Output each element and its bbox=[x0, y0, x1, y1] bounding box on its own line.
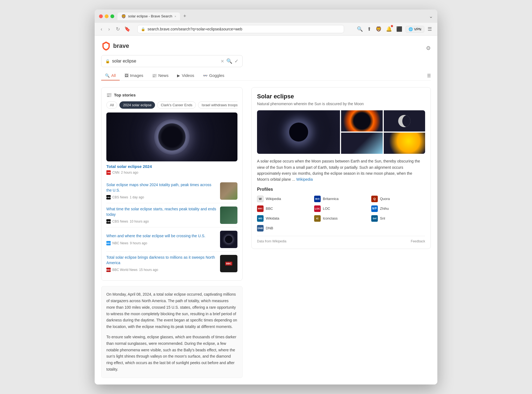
profile-dnb[interactable]: DNB DNB bbox=[257, 225, 311, 232]
story-title-1[interactable]: Solar eclipse maps show 2024 totality pa… bbox=[106, 182, 217, 193]
profile-bbc[interactable]: BBC BBC bbox=[257, 205, 311, 212]
dnb-label: DNB bbox=[266, 226, 273, 230]
search-input[interactable] bbox=[112, 59, 218, 64]
story-meta-3: NBC NBC News 9 hours ago bbox=[106, 241, 217, 245]
brave-logo: brave bbox=[101, 41, 129, 51]
story-time-4: 15 hours ago bbox=[139, 268, 158, 272]
search-box[interactable]: 🔒 ✕ 🔍 ✓ bbox=[101, 55, 243, 67]
wikipedia-label: Wikipedia bbox=[266, 197, 281, 201]
profile-britannica[interactable]: Brit Britannica bbox=[314, 196, 368, 202]
story-title-2[interactable]: What time the solar eclipse starts, reac… bbox=[106, 207, 217, 217]
active-tab[interactable]: 🦁 solar eclipse - Brave Search × bbox=[117, 12, 180, 20]
search-tabs: 🔍 All 🖼 Images 📰 News ▶ Videos 👓 G bbox=[101, 67, 431, 81]
kp-image-orange[interactable] bbox=[341, 110, 383, 132]
bookmark-icon[interactable]: 🔖 bbox=[124, 26, 130, 32]
kp-image-bright[interactable] bbox=[384, 133, 425, 154]
profile-wikidata[interactable]: WD Wikidata bbox=[257, 215, 311, 222]
tab-all[interactable]: 🔍 All bbox=[101, 71, 120, 80]
crescent-cover bbox=[402, 115, 410, 127]
featured-story: Total solar eclipse 2024 CNN CNN 2 hours… bbox=[106, 112, 237, 175]
story-time-2: 10 hours ago bbox=[130, 220, 149, 223]
minimize-button[interactable] bbox=[105, 14, 109, 18]
window-controls: ⌄ bbox=[429, 13, 433, 19]
search-header: brave ⚙ 🔒 ✕ 🔍 ✓ 🔍 All 🖼 Images bbox=[95, 36, 437, 81]
iconclass-label: Iconclass bbox=[323, 216, 338, 220]
refresh-button[interactable]: ↻ bbox=[114, 25, 122, 33]
search-clear-icon[interactable]: ✕ bbox=[221, 59, 224, 64]
story-title-4[interactable]: Total solar eclipse brings darkness to m… bbox=[106, 255, 217, 265]
search-icon-button[interactable]: 🔍 bbox=[356, 25, 364, 33]
filter-clark[interactable]: Clark's Career Ends bbox=[157, 101, 196, 109]
wikidata-icon: WD bbox=[257, 215, 264, 222]
britannica-icon: Brit bbox=[314, 196, 321, 202]
bbc-label: BBC bbox=[266, 207, 273, 211]
url-text: search.brave.com/search?q=solar+eclipse&… bbox=[147, 27, 341, 31]
story-title-3[interactable]: When and where the solar eclipse will be… bbox=[106, 233, 217, 239]
kp-feedback-link[interactable]: Feedback bbox=[411, 239, 425, 243]
tab-all-label: All bbox=[111, 73, 116, 78]
forward-button[interactable]: › bbox=[107, 25, 112, 33]
summary-paragraph-2: To ensure safe viewing, eclipse glasses,… bbox=[106, 334, 237, 373]
profile-snl[interactable]: Snl Snl bbox=[371, 215, 425, 222]
filter-all[interactable]: All bbox=[106, 101, 117, 109]
story-thumb-4: BBC bbox=[220, 255, 237, 272]
filter-israel[interactable]: Israel withdraws troops bbox=[198, 101, 237, 109]
profile-loc[interactable]: LOC LOC bbox=[314, 205, 368, 212]
loc-label: LOC bbox=[323, 207, 330, 211]
story-item: Solar eclipse maps show 2024 totality pa… bbox=[106, 179, 237, 203]
menu-button[interactable]: ☰ bbox=[426, 25, 433, 33]
share-icon-button[interactable]: ⬆ bbox=[366, 25, 372, 33]
wikipedia-link[interactable]: Wikipedia bbox=[296, 177, 313, 182]
search-box-lock-icon: 🔒 bbox=[105, 59, 110, 63]
filter-icon[interactable]: ☰ bbox=[427, 73, 431, 78]
back-button[interactable]: ‹ bbox=[99, 25, 104, 33]
story-content-4: Total solar eclipse brings darkness to m… bbox=[106, 255, 217, 272]
title-bar: 🦁 solar eclipse - Brave Search × + ⌄ bbox=[95, 10, 437, 23]
story-thumb-2 bbox=[220, 207, 237, 224]
new-tab-button[interactable]: + bbox=[181, 12, 188, 20]
kp-image-partial[interactable] bbox=[341, 133, 383, 154]
profile-quora[interactable]: Q Quora bbox=[371, 196, 425, 202]
kp-main-image[interactable] bbox=[257, 110, 340, 154]
brave-wordmark: brave bbox=[113, 42, 129, 49]
profile-wikipedia[interactable]: W Wikipedia bbox=[257, 196, 311, 202]
content-area: brave ⚙ 🔒 ✕ 🔍 ✓ 🔍 All 🖼 Images bbox=[95, 36, 437, 384]
address-bar[interactable]: 🔒 search.brave.com/search?q=solar+eclips… bbox=[137, 25, 344, 33]
eclipse-background bbox=[106, 112, 237, 161]
kp-title: Solar eclipse bbox=[257, 93, 425, 100]
story-item-4: Total solar eclipse brings darkness to m… bbox=[106, 252, 237, 276]
tab-close-button[interactable]: × bbox=[175, 15, 176, 18]
brave-shield-button[interactable]: 🦁 bbox=[375, 25, 383, 33]
search-check-icon[interactable]: ✓ bbox=[234, 58, 239, 64]
eclipse-orange-bg bbox=[341, 110, 383, 132]
tab-news[interactable]: 📰 News bbox=[148, 71, 172, 80]
tab-images[interactable]: 🖼 Images bbox=[121, 71, 147, 80]
sidebar-button[interactable]: ⬛ bbox=[395, 25, 403, 33]
profile-iconclass[interactable]: IC Iconclass bbox=[314, 215, 368, 222]
maximize-button[interactable] bbox=[110, 14, 114, 18]
kp-image-crescent[interactable] bbox=[384, 110, 425, 132]
close-button[interactable] bbox=[99, 14, 103, 18]
left-column: 📰 Top stories All 2024 solar eclipse Cla… bbox=[101, 87, 243, 378]
nav-bar: ‹ › ↻ 🔖 🔒 search.brave.com/search?q=sola… bbox=[95, 23, 437, 36]
goggles-tab-icon: 👓 bbox=[203, 73, 208, 78]
search-submit-icon[interactable]: 🔍 bbox=[226, 58, 232, 64]
news-tab-icon: 📰 bbox=[152, 73, 157, 78]
vpn-button[interactable]: 🌐 VPN bbox=[406, 26, 424, 33]
story-filters: All 2024 solar eclipse Clark's Career En… bbox=[106, 101, 237, 109]
tab-goggles[interactable]: 👓 Goggles bbox=[199, 71, 228, 80]
filter-2024-eclipse[interactable]: 2024 solar eclipse bbox=[119, 101, 155, 109]
eclipse-crescent-bg bbox=[384, 110, 425, 132]
profile-zhihu[interactable]: 知乎 Zhihu bbox=[371, 205, 425, 212]
story-source-2: CBS News bbox=[112, 220, 128, 223]
cbs-icon-2: CBS bbox=[106, 219, 111, 224]
featured-story-title[interactable]: Total solar eclipse 2024 bbox=[106, 164, 237, 169]
kp-description: A solar eclipse occurs when the Moon pas… bbox=[257, 158, 425, 183]
story-thumb-1 bbox=[220, 182, 237, 200]
quora-label: Quora bbox=[380, 197, 390, 201]
notifications-button[interactable]: 🔔 bbox=[385, 25, 393, 33]
eclipse-bright-bg bbox=[384, 133, 425, 154]
tab-videos[interactable]: ▶ Videos bbox=[173, 71, 198, 80]
settings-icon[interactable]: ⚙ bbox=[426, 45, 431, 51]
eclipse-main-circle bbox=[289, 123, 308, 142]
